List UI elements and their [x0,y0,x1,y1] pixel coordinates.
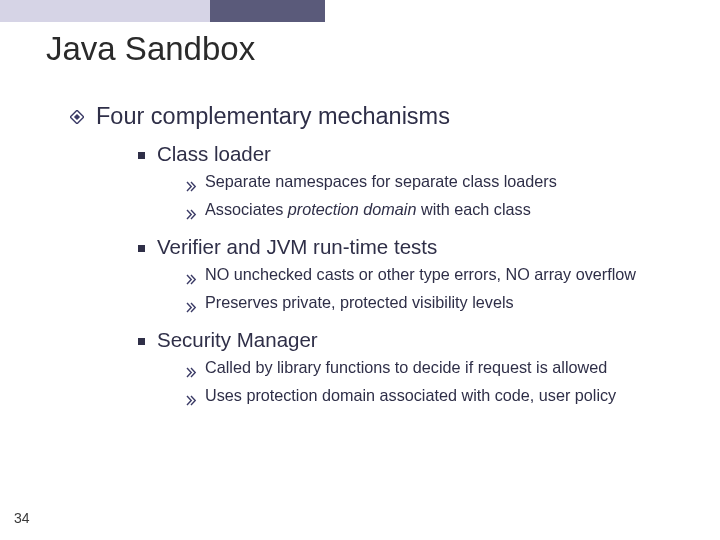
top-accent-bar [0,0,720,22]
chevron-right-icon [186,270,197,290]
level1-text: Four complementary mechanisms [96,103,450,130]
diamond-bullet-icon [70,110,84,128]
bullet-level3: Uses protection domain associated with c… [186,385,698,411]
item-group: Class loaderSeparate namespaces for sepa… [46,142,698,225]
accent-seg-light [0,0,210,22]
bullet-level3: Associates protection domain with each c… [186,199,698,225]
level3-text: Preserves private, protected visibility … [205,292,514,312]
text-pre: Associates [205,200,288,218]
slide-title: Java Sandbox [46,30,698,68]
accent-seg-white [325,0,720,22]
svg-rect-1 [74,114,80,120]
bullet-level1: Four complementary mechanisms [70,103,698,130]
text-pre: Uses protection domain associated with c… [205,386,616,404]
bullet-level2: Class loader [138,142,698,166]
square-bullet-icon [138,338,145,345]
bullet-level3: Called by library functions to decide if… [186,357,698,383]
chevron-right-icon [186,298,197,318]
level2-text: Verifier and JVM run-time tests [157,235,437,259]
level3-text: Uses protection domain associated with c… [205,385,616,405]
level3-text: Called by library functions to decide if… [205,357,607,377]
level3-text: NO unchecked casts or other type errors,… [205,264,636,284]
bullet-level2: Verifier and JVM run-time tests [138,235,698,259]
chevron-right-icon [186,205,197,225]
text-pre: Called by library functions to decide if… [205,358,607,376]
bullet-level3: Preserves private, protected visibility … [186,292,698,318]
bullet-level2: Security Manager [138,328,698,352]
chevron-right-icon [186,391,197,411]
slide-body: Java Sandbox Four complementary mechanis… [0,22,720,411]
level3-text: Associates protection domain with each c… [205,199,531,219]
level2-text: Class loader [157,142,271,166]
item-group: Security ManagerCalled by library functi… [46,328,698,411]
square-bullet-icon [138,245,145,252]
text-pre: Separate namespaces for separate class l… [205,172,557,190]
text-italic: protection domain [288,200,417,218]
text-post: with each class [416,200,530,218]
chevron-right-icon [186,177,197,197]
text-pre: NO unchecked casts or other type errors,… [205,265,636,283]
level3-text: Separate namespaces for separate class l… [205,171,557,191]
page-number: 34 [14,510,30,526]
square-bullet-icon [138,152,145,159]
level2-text: Security Manager [157,328,318,352]
item-group: Verifier and JVM run-time testsNO unchec… [46,235,698,318]
chevron-right-icon [186,363,197,383]
text-pre: Preserves private, protected visibility … [205,293,514,311]
bullet-level3: Separate namespaces for separate class l… [186,171,698,197]
items-container: Class loaderSeparate namespaces for sepa… [46,142,698,411]
accent-seg-dark [210,0,325,22]
bullet-level3: NO unchecked casts or other type errors,… [186,264,698,290]
